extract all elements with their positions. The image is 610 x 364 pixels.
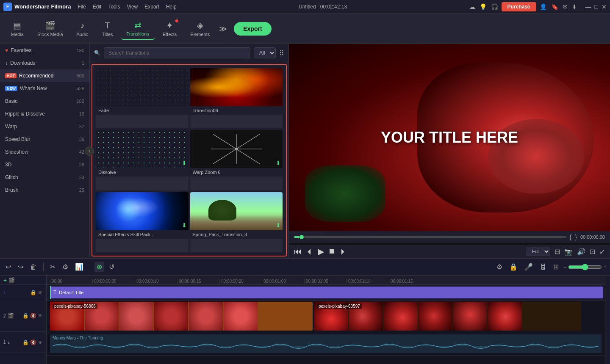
elements-icon: ◈ xyxy=(197,20,203,30)
close-button[interactable]: ✕ xyxy=(602,3,607,10)
menu-export[interactable]: Export xyxy=(144,4,159,10)
sidebar-item-slideshow[interactable]: Slideshow 42 xyxy=(0,146,89,158)
cut-button[interactable]: ✂ xyxy=(48,262,58,272)
bookmark-icon[interactable]: 🔖 xyxy=(551,3,558,10)
a1-mute[interactable]: 🔇 xyxy=(30,339,36,345)
sidebar-item-whats-new[interactable]: NEW What's New 526 xyxy=(0,82,89,95)
out-point-bracket[interactable]: } xyxy=(575,234,577,240)
progress-bar[interactable] xyxy=(294,236,566,238)
preview-right-controls: ⊟ 📷 🔊 ⊡ ⤢ xyxy=(555,248,605,256)
minimize-button[interactable]: — xyxy=(585,3,591,10)
light-icon[interactable]: 💡 xyxy=(480,3,487,10)
aspect-ratio-icon[interactable]: ⊡ xyxy=(590,248,595,256)
properties-button[interactable]: ⚙ xyxy=(60,262,70,272)
sidebar-item-recommended[interactable]: HOT Recommended 500 xyxy=(0,69,89,82)
mail-icon[interactable]: ✉ xyxy=(563,3,568,10)
audio-meter-button[interactable]: 📊 xyxy=(73,262,86,272)
menu-tools[interactable]: Tools xyxy=(108,4,120,10)
zoom-out-icon[interactable]: − xyxy=(563,264,566,270)
purchase-button[interactable]: Purchase xyxy=(502,2,536,11)
maximize-button[interactable]: □ xyxy=(595,3,598,10)
transition-item-warp-zoom[interactable]: ⬇ Warp Zoom 6 xyxy=(190,130,283,190)
tool-transitions[interactable]: ⇄ Transitions xyxy=(121,17,155,40)
tool-media[interactable]: ▤ Media xyxy=(5,18,30,39)
rewind-button[interactable]: ⏴ xyxy=(306,247,313,256)
delete-button[interactable]: 🗑 xyxy=(28,262,39,272)
tool-audio[interactable]: ♪ Audio xyxy=(71,18,94,39)
magnet-button[interactable]: ⊕ xyxy=(94,262,104,272)
stop-button[interactable]: ⏹ xyxy=(328,248,335,255)
filter-dropdown[interactable]: All xyxy=(254,47,276,58)
user-icon[interactable]: 👤 xyxy=(540,3,547,10)
video-clip-roses[interactable]: pexels-pixabay-56866 xyxy=(50,302,313,331)
a1-lock[interactable]: 🔒 xyxy=(22,339,29,345)
export-button[interactable]: Export xyxy=(234,22,271,36)
sidebar-item-glitch[interactable]: Glitch 23 xyxy=(0,171,89,184)
transition-label-dissolve: Dissolve xyxy=(96,168,189,176)
zoom-in-icon[interactable]: + xyxy=(604,264,607,270)
in-point-bracket[interactable]: { xyxy=(570,234,572,240)
media-icon-small[interactable]: 🎬 xyxy=(8,277,15,283)
adjust-icon[interactable]: 🎛 xyxy=(538,262,549,272)
tool-titles[interactable]: T Titles xyxy=(96,18,119,39)
sidebar-item-3d[interactable]: 3D 26 xyxy=(0,158,89,171)
tool-elements[interactable]: ◈ Elements xyxy=(184,18,216,39)
transition-item-spring-pack[interactable]: ⬇ Spring_Pack_Transition_3 xyxy=(190,192,283,252)
title-track-lock[interactable]: 🔒 xyxy=(30,290,36,295)
search-input[interactable] xyxy=(104,47,250,58)
sidebar-label-speed-blur: Speed Blur xyxy=(5,136,30,142)
revert-button[interactable]: ↺ xyxy=(107,262,116,272)
a1-eye[interactable]: 👁 xyxy=(38,339,43,345)
undo-button[interactable]: ↩ xyxy=(3,262,13,272)
download-icon[interactable]: ⬇ xyxy=(572,3,577,10)
svg-line-5 xyxy=(213,149,236,164)
menu-edit[interactable]: Edit xyxy=(93,4,102,10)
add-track-button[interactable]: + xyxy=(3,277,7,284)
split-track-icon[interactable]: ⊞ xyxy=(551,262,561,272)
v1-mute[interactable]: 🔇 xyxy=(30,313,36,319)
headphone-icon[interactable]: 🎧 xyxy=(491,3,498,10)
fast-forward-button[interactable]: ⏵ xyxy=(339,247,347,256)
media-icon: ▤ xyxy=(13,20,21,30)
grid-view-icon[interactable]: ⠿ xyxy=(279,49,284,57)
sidebar-item-downloads[interactable]: ↓ Downloads 1 xyxy=(0,57,89,69)
default-title-clip[interactable]: T Default Title xyxy=(50,287,603,298)
transition-item-transition06[interactable]: Transition06 xyxy=(190,68,283,128)
redo-button[interactable]: ↪ xyxy=(16,262,25,272)
transition-item-dissolve[interactable]: ⬇ Dissolve xyxy=(96,130,189,190)
lock-icon[interactable]: 🔒 xyxy=(507,262,520,272)
video-clip-dahlias[interactable]: pexels-pixabay-60597 xyxy=(314,302,581,331)
sidebar-item-ripple-dissolve[interactable]: Ripple & Dissolve 16 xyxy=(0,108,89,120)
right-resize-handle[interactable] xyxy=(605,276,610,364)
zoom-slider[interactable] xyxy=(568,264,602,270)
snapshot-icon[interactable]: 📷 xyxy=(564,248,573,256)
cloud-icon[interactable]: ☁ xyxy=(469,3,475,10)
panel-collapse-button[interactable]: ‹ xyxy=(85,146,94,156)
sidebar-item-brush[interactable]: Brush 25 xyxy=(0,184,89,196)
toolbar-expand-button[interactable]: ≫ xyxy=(219,24,227,33)
menu-file[interactable]: File xyxy=(78,4,86,10)
split-view-icon[interactable]: ⊟ xyxy=(555,248,560,256)
tool-effects[interactable]: ✦ Effects xyxy=(157,18,183,39)
sidebar-item-speed-blur[interactable]: Speed Blur 36 xyxy=(0,133,89,146)
quality-selector[interactable]: Full xyxy=(527,247,550,256)
play-button[interactable]: ▶ xyxy=(318,246,324,256)
transition-item-fade[interactable]: Fade xyxy=(96,68,189,128)
tool-stock-media[interactable]: 🎬 Stock Media xyxy=(31,18,69,39)
sidebar-item-favorites[interactable]: ♥ Favorites 190 xyxy=(0,44,89,57)
v1-lock[interactable]: 🔒 xyxy=(22,313,29,319)
v1-eye[interactable]: 👁 xyxy=(38,313,43,319)
title-track-eye[interactable]: 👁 xyxy=(38,290,43,295)
menu-view[interactable]: View xyxy=(127,4,138,10)
volume-icon[interactable]: 🔊 xyxy=(577,248,585,256)
fullscreen-icon[interactable]: ⤢ xyxy=(599,248,605,256)
mic-icon[interactable]: 🎤 xyxy=(522,262,535,272)
settings-icon[interactable]: ⚙ xyxy=(494,262,505,272)
toolbar-divider-2 xyxy=(90,263,90,271)
sidebar-item-warp[interactable]: Warp 37 xyxy=(0,120,89,133)
transition-item-special-effects[interactable]: ⬇ Special Effects Skill Pack... xyxy=(96,192,189,252)
sidebar-item-basic[interactable]: Basic 182 xyxy=(0,95,89,108)
menu-help[interactable]: Help xyxy=(166,4,177,10)
skip-to-start-button[interactable]: ⏮ xyxy=(294,247,302,256)
audio-clip[interactable]: Manos Mars - The Tunning xyxy=(50,334,602,353)
